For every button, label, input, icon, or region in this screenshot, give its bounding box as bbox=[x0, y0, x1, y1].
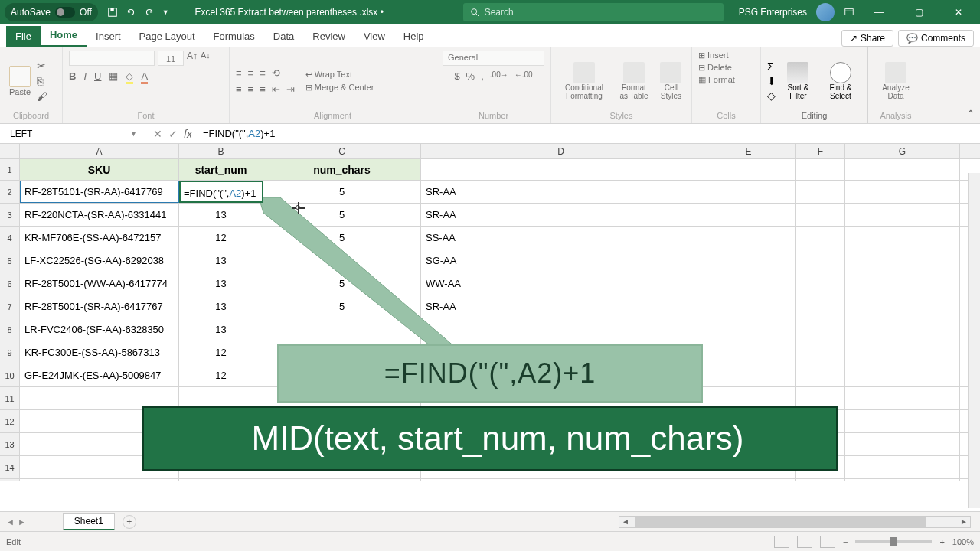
sheet-next-icon[interactable]: ► bbox=[18, 517, 26, 527]
underline-button[interactable]: U bbox=[94, 70, 101, 84]
row-header[interactable]: 11 bbox=[0, 387, 20, 409]
cell[interactable] bbox=[421, 159, 701, 180]
col-header-A[interactable]: A bbox=[20, 144, 179, 158]
increase-decimal-icon[interactable]: .00→ bbox=[490, 70, 508, 82]
cell[interactable] bbox=[421, 479, 701, 481]
cell[interactable] bbox=[845, 159, 960, 180]
row-header[interactable]: 6 bbox=[0, 272, 20, 295]
cell[interactable]: 13 bbox=[179, 249, 263, 272]
conditional-formatting-button[interactable]: Conditional Formatting bbox=[557, 60, 611, 102]
cell[interactable] bbox=[701, 479, 796, 481]
align-bottom-icon[interactable]: ≡ bbox=[260, 67, 266, 79]
cell[interactable]: WW-AA bbox=[421, 272, 701, 295]
cell[interactable]: RF-28T5001-(WW-AA)-6417774 bbox=[20, 272, 179, 295]
cell[interactable]: 5 bbox=[263, 295, 421, 318]
row-header[interactable]: 12 bbox=[0, 410, 20, 432]
cell[interactable] bbox=[701, 272, 796, 295]
cell[interactable]: 12 bbox=[179, 227, 263, 249]
cell[interactable] bbox=[701, 318, 796, 341]
border-icon[interactable]: ▦ bbox=[109, 70, 118, 84]
cell[interactable]: 13 bbox=[179, 272, 263, 295]
fill-color-icon[interactable]: ◇ bbox=[126, 70, 133, 84]
accept-formula-icon[interactable]: ✓ bbox=[168, 128, 178, 140]
cell[interactable]: 5 bbox=[263, 272, 421, 295]
share-button[interactable]: ↗ Share bbox=[841, 30, 893, 47]
select-all-corner[interactable] bbox=[0, 144, 20, 158]
cell[interactable]: 13 bbox=[179, 318, 263, 341]
cell[interactable] bbox=[796, 341, 845, 364]
row-header[interactable]: 1 bbox=[0, 159, 20, 180]
cell[interactable] bbox=[845, 318, 960, 341]
cell[interactable] bbox=[796, 295, 845, 318]
cell[interactable] bbox=[845, 387, 960, 409]
cell[interactable] bbox=[845, 181, 960, 203]
cell[interactable] bbox=[20, 479, 179, 481]
cell[interactable] bbox=[701, 204, 796, 226]
cell[interactable] bbox=[701, 249, 796, 272]
scrollbar-thumb[interactable] bbox=[635, 517, 926, 527]
cell[interactable]: RF-220NCTA-(SR-AA)-6331441 bbox=[20, 204, 179, 226]
cell[interactable] bbox=[796, 272, 845, 295]
col-header-C[interactable]: C bbox=[263, 144, 421, 158]
bold-button[interactable]: B bbox=[69, 70, 76, 84]
wrap-text-button[interactable]: ↩ Wrap Text bbox=[305, 70, 374, 80]
search-input[interactable]: Search bbox=[463, 3, 724, 21]
sort-filter-button[interactable]: Sort & Filter bbox=[779, 60, 817, 102]
insert-cells-button[interactable]: ⊞ Insert bbox=[698, 51, 729, 60]
cell[interactable] bbox=[701, 295, 796, 318]
row-header[interactable]: 3 bbox=[0, 204, 20, 226]
cell[interactable]: 13 bbox=[179, 295, 263, 318]
fx-icon[interactable]: fx bbox=[184, 128, 192, 140]
save-icon[interactable] bbox=[107, 7, 118, 18]
comments-button[interactable]: 💬 Comments bbox=[898, 30, 974, 47]
tab-review[interactable]: Review bbox=[303, 26, 354, 47]
vertical-scrollbar[interactable] bbox=[968, 173, 980, 508]
cell[interactable] bbox=[796, 159, 845, 180]
cell[interactable] bbox=[796, 181, 845, 203]
format-painter-icon[interactable]: 🖌 bbox=[37, 90, 47, 103]
cell[interactable] bbox=[796, 364, 845, 386]
col-header-D[interactable]: D bbox=[421, 144, 701, 158]
align-middle-icon[interactable]: ≡ bbox=[248, 67, 254, 79]
cell[interactable]: SR-AA bbox=[421, 295, 701, 318]
col-header-E[interactable]: E bbox=[701, 144, 796, 158]
tab-file[interactable]: File bbox=[6, 26, 41, 47]
cell[interactable] bbox=[796, 249, 845, 272]
row-header[interactable]: 13 bbox=[0, 433, 20, 455]
cell-styles-button[interactable]: Cell Styles bbox=[657, 60, 685, 102]
align-right-icon[interactable]: ≡ bbox=[260, 83, 266, 95]
cell[interactable] bbox=[796, 479, 845, 481]
cell[interactable]: SG-AA bbox=[421, 249, 701, 272]
cell[interactable]: KR-FC300E-(SS-AA)-5867313 bbox=[20, 341, 179, 364]
cell[interactable] bbox=[701, 364, 796, 386]
increase-font-icon[interactable]: A↑ bbox=[187, 51, 198, 66]
merge-center-button[interactable]: ⊞ Merge & Center bbox=[305, 83, 374, 93]
tab-formulas[interactable]: Formulas bbox=[204, 26, 264, 47]
cell[interactable]: RF-28T5101-(SR-AA)-6417769 bbox=[20, 181, 179, 203]
col-header-F[interactable]: F bbox=[796, 144, 845, 158]
cell[interactable] bbox=[263, 479, 421, 481]
tab-insert[interactable]: Insert bbox=[87, 26, 130, 47]
tab-view[interactable]: View bbox=[354, 26, 394, 47]
cut-icon[interactable]: ✂ bbox=[37, 60, 47, 72]
view-page-layout-icon[interactable] bbox=[797, 536, 812, 548]
indent-increase-icon[interactable]: ⇥ bbox=[286, 83, 295, 95]
ribbon-display-icon[interactable] bbox=[844, 7, 854, 18]
cell[interactable]: 5 bbox=[263, 249, 421, 272]
cell[interactable] bbox=[845, 433, 960, 455]
cell[interactable]: 5 bbox=[263, 227, 421, 249]
sheet-prev-icon[interactable]: ◄ bbox=[6, 517, 15, 527]
currency-icon[interactable]: $ bbox=[454, 70, 459, 82]
autosave-toggle[interactable]: AutoSave Off bbox=[5, 3, 98, 21]
tab-page-layout[interactable]: Page Layout bbox=[130, 26, 204, 47]
cell-header-sku[interactable]: SKU bbox=[20, 159, 179, 180]
view-page-break-icon[interactable] bbox=[820, 536, 835, 548]
autosum-icon[interactable]: Σ bbox=[767, 60, 776, 73]
cell[interactable]: 12 bbox=[179, 341, 263, 364]
scroll-right-icon[interactable]: ► bbox=[958, 517, 970, 526]
cell[interactable] bbox=[421, 318, 701, 341]
analyze-data-button[interactable]: Analyze Data bbox=[874, 60, 917, 102]
italic-button[interactable]: I bbox=[83, 70, 87, 84]
cell[interactable]: GF-E24JMK-(ES-AA)-5009847 bbox=[20, 364, 179, 386]
cell[interactable]: RF-28T5001-(SR-AA)-6417767 bbox=[20, 295, 179, 318]
